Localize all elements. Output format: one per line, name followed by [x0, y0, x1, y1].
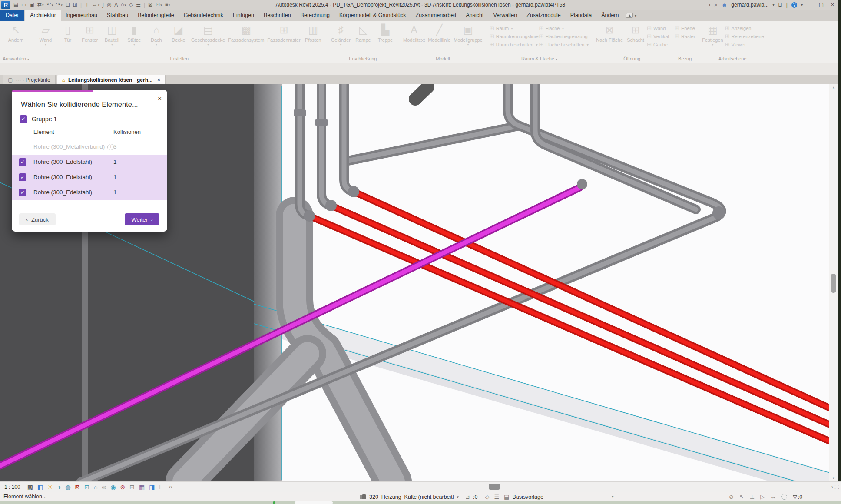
thin-lines-icon[interactable]: ☰ [136, 2, 141, 8]
scale-button[interactable]: 1 : 100 [4, 484, 20, 490]
ribbon-tab-ansicht[interactable]: Ansicht [461, 10, 488, 21]
chevron-down-icon[interactable]: ▾ [556, 57, 557, 61]
select-underlay-icon[interactable]: ↖ [739, 494, 744, 500]
scroll-down-icon[interactable]: ∨ [829, 476, 838, 480]
ribbon-button-geschossdecke[interactable]: ▤Geschossdecke▼ [190, 23, 226, 46]
ribbon-button-modelltext[interactable]: AModelltext [402, 23, 426, 43]
sync-icon[interactable]: ⇄▾ [37, 1, 44, 8]
crop-view-icon[interactable]: ⊠ [75, 484, 80, 491]
temporary-view-properties-icon[interactable]: ⊟ [129, 484, 135, 491]
dialog-row[interactable]: ✓Rohre (300_Edelstahl)1 [12, 155, 167, 170]
horizontal-scroll-thumb[interactable] [489, 484, 500, 490]
ribbon-button-bauteil[interactable]: ◫Bauteil▼ [101, 23, 123, 46]
ribbon-button-fenster[interactable]: ⊞Fenster [79, 23, 101, 43]
ribbon-button-fläche-beschriften[interactable]: ⊞Fläche beschriften▼ [539, 41, 589, 48]
scroll-left-icon[interactable]: ‹ [171, 484, 172, 490]
ribbon-tab-betonfertigteile[interactable]: Betonfertigteile [133, 10, 179, 21]
row-checkbox[interactable]: ✓ [19, 189, 26, 196]
ribbon-button-referenzebene[interactable]: ⊞Referenzebene [725, 33, 764, 40]
help-dropdown-icon[interactable]: ▾ [801, 3, 803, 7]
panel-toggle-icon[interactable]: ▲ [626, 13, 633, 18]
minimize-button[interactable]: – [807, 2, 813, 8]
dropdown-arrow-icon[interactable]: ▾ [61, 3, 63, 7]
dropdown-arrow-icon[interactable]: ▾ [169, 3, 170, 7]
dropdown-arrow-icon[interactable]: ▾ [42, 3, 44, 7]
group-checkbox[interactable]: ✓ [20, 115, 27, 123]
ribbon-button-festlegen[interactable]: ▦Festlegen▼ [701, 23, 724, 46]
view-template-selector[interactable]: Basisvorlage [512, 494, 543, 500]
drag-on-selection-icon[interactable]: ↔ [770, 494, 776, 500]
displacement-sets-icon[interactable]: ◨ [149, 484, 155, 491]
home-icon[interactable]: ⌂▾ [121, 1, 126, 8]
shadows-icon[interactable]: ◑ [57, 484, 61, 491]
dropdown-arrow-icon[interactable]: ▾ [160, 3, 162, 7]
analytical-model-icon[interactable]: ▦ [139, 484, 145, 491]
spline-icon[interactable]: ʃ [103, 2, 104, 8]
ribbon-button-ebene[interactable]: ⊞Ebene [675, 25, 695, 31]
ribbon-button-decke[interactable]: ◪Decke [168, 23, 189, 43]
ribbon-button-stütze[interactable]: ▮Stütze▼ [123, 23, 145, 46]
constraints-icon[interactable]: ⊢ [159, 484, 165, 491]
undo-icon[interactable]: ↶▾ [47, 1, 53, 8]
user-account-menu[interactable]: gerhard.pawla... [731, 2, 768, 8]
print-icon[interactable]: ⊟ [66, 2, 70, 8]
ribbon-tab-stahlbau[interactable]: Stahlbau [102, 10, 133, 21]
ribbon-tab-zusatzmodule[interactable]: Zusatzmodule [522, 10, 566, 21]
template-dropdown-icon[interactable]: ▾ [612, 494, 614, 499]
customize-qat-icon[interactable]: ≡▾ [165, 1, 170, 8]
ribbon-button-modellgruppe[interactable]: ▣Modellgruppe▼ [452, 23, 484, 46]
ribbon-tab-verwalten[interactable]: Verwalten [488, 10, 522, 21]
ribbon-button-gaube[interactable]: ⊞Gaube [647, 41, 669, 48]
vertical-scrollbar[interactable]: ∧ ∨ [829, 84, 838, 481]
text-icon[interactable]: A [114, 2, 118, 8]
resize-grip[interactable]: ⋮⋮ [833, 485, 840, 489]
help-icon[interactable]: ? [791, 2, 797, 8]
workset-selector[interactable]: 320_Heizung_Kälte (nicht bearbeitl [369, 494, 454, 500]
ribbon-button-nach-fläche[interactable]: ⊠Nach Fläche [595, 23, 624, 43]
file-menu-icon[interactable]: ▤ [13, 2, 18, 8]
visual-style-icon[interactable]: ◧ [37, 484, 43, 491]
close-view-icon[interactable]: × [157, 77, 160, 83]
chevron-down-icon[interactable]: ▾ [27, 57, 29, 61]
ribbon-button-raster[interactable]: ⊞Raster [675, 33, 695, 40]
ribbon-tab-zusammenarbeit[interactable]: Zusammenarbeit [411, 10, 461, 21]
store-cart-icon[interactable]: ⊔ [778, 2, 782, 8]
select-pinned-icon[interactable]: ⊥ [750, 494, 755, 500]
design-options-count[interactable]: :0 [473, 494, 477, 500]
ribbon-button-anzeigen[interactable]: ⊞Anzeigen [725, 25, 764, 31]
user-avatar-icon[interactable]: ☻ [722, 2, 728, 8]
ribbon-button-dach[interactable]: ⌂Dach▼ [146, 23, 167, 46]
open-icon[interactable]: ▭ [21, 2, 26, 8]
ribbon-button-wand[interactable]: ⊞Wand [647, 25, 669, 31]
view-tab-projektinfo[interactable]: ▢--- - Projektinfo [3, 75, 56, 84]
ribbon-tab-plandata[interactable]: Plandata [566, 10, 596, 21]
search-icon[interactable]: ⌕ [715, 2, 718, 8]
ribbon-tab-körpermodell-grundstück[interactable]: Körpermodell & Grundstück [334, 10, 411, 21]
chevron-down-icon[interactable]: ▾ [634, 13, 636, 18]
ribbon-button-ändern[interactable]: ↖Ändern [5, 23, 26, 43]
select-links-icon[interactable]: ⊘ [729, 494, 734, 500]
back-button[interactable]: ‹ Zurück [19, 213, 56, 225]
row-checkbox[interactable]: ✓ [19, 158, 26, 166]
scroll-up-icon[interactable]: ∧ [829, 86, 838, 90]
ribbon-button-flächenbegrenzung[interactable]: ⊞Flächenbegrenzung [539, 33, 589, 40]
ribbon-button-schacht[interactable]: ⊞Schacht [625, 23, 646, 43]
ribbon-button-fläche[interactable]: ⊞Fläche▼ [539, 25, 589, 31]
dropdown-arrow-icon[interactable]: ▾ [52, 3, 53, 7]
ribbon-collapse-control[interactable]: ▲▾ [626, 10, 636, 21]
view-list-icon[interactable]: ☰ [494, 494, 499, 500]
section-icon[interactable]: ◇ [129, 2, 133, 8]
tag-icon[interactable]: ◎ [107, 2, 111, 8]
filter-button[interactable]: ▽ :0 [793, 494, 802, 500]
ribbon-button-modelllinie[interactable]: ╱Modelllinie [427, 23, 452, 43]
ribbon-tab-einfügen[interactable]: Einfügen [228, 10, 259, 21]
dialog-row[interactable]: ✓Rohre (300_Edelstahl)1 [12, 185, 167, 200]
ribbon-button-wand[interactable]: ▱Wand▼ [35, 23, 56, 46]
ribbon-button-raum[interactable]: ⊞Raum▼ [490, 25, 539, 31]
ribbon-tab-beschriften[interactable]: Beschriften [259, 10, 296, 21]
sun-path-icon[interactable]: ☀ [47, 484, 53, 491]
ribbon-button-vertikal[interactable]: ⊞Vertikal [647, 33, 669, 40]
panel-label[interactable]: Raum & Fläche ▾ [487, 56, 592, 63]
dialog-close-icon[interactable]: × [158, 95, 162, 102]
detail-level-icon[interactable]: ▩ [27, 484, 33, 491]
